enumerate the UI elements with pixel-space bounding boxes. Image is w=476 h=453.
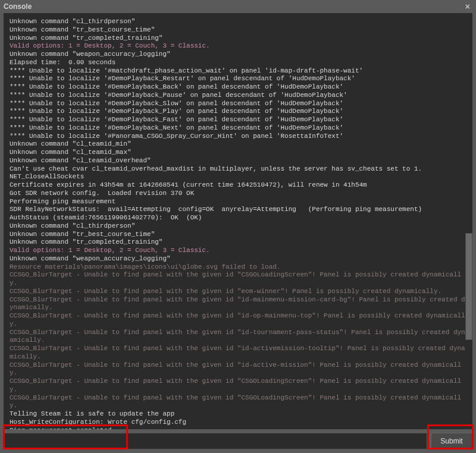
console-line: Unknown command "tr_completed_training" (10, 34, 466, 43)
console-line: CCSGO_BlurTarget - Unable to find panel … (10, 361, 466, 378)
console-line: Unknown command "cl_thirdperson" (10, 18, 466, 26)
console-line: **** Unable to localize '#DemoPlayback_F… (10, 116, 466, 124)
console-line: CCSGO_BlurTarget - Unable to find panel … (10, 288, 466, 296)
console-line: **** Unable to localize '#Panorama_CSGO_… (10, 133, 466, 141)
console-line: CCSGO_BlurTarget - Unable to find panel … (10, 296, 466, 313)
console-line: Resource materials\panorama\images\icons… (10, 263, 466, 272)
console-line: CCSGO_BlurTarget - Unable to find panel … (10, 345, 466, 361)
console-output: Unknown command "cl_thirdperson"Unknown … (4, 13, 472, 429)
console-line: Unknown command "cl_teamid_max" (10, 149, 466, 157)
console-line: Unknown command "tr_best_course_time" (10, 231, 466, 239)
console-line: Performing ping measurement (10, 198, 466, 206)
console-line: CCSGO_BlurTarget - Unable to find panel … (10, 394, 466, 411)
console-line: Ping measurement completed (10, 427, 466, 430)
console-line: AuthStatus (steamid:76561199061402770): … (10, 214, 466, 222)
console-line: Telling Steam it is safe to update the a… (10, 410, 466, 419)
console-line: **** Unable to localize '#DemoPlayback_S… (10, 100, 466, 108)
console-line: Valid options: 1 = Desktop, 2 = Couch, 3… (10, 247, 466, 255)
console-line: **** Unable to localize '#DemoPlayback_P… (10, 108, 466, 116)
command-input[interactable] (4, 433, 427, 449)
console-line: CCSGO_BlurTarget - Unable to find panel … (10, 271, 466, 288)
scrollbar-thumb[interactable] (465, 233, 472, 340)
console-line: Unknown command "cl_thirdperson" (10, 222, 466, 231)
console-line: Unknown command "cl_teamid_min" (10, 140, 466, 149)
close-icon[interactable]: × (463, 2, 472, 11)
console-line: Can't use cheat cvar cl_teamid_overhead_… (10, 165, 466, 174)
console-line: Unknown command "cl_teamid_overhead" (10, 157, 466, 165)
console-line: **** Unable to localize '#DemoPlayback_N… (10, 124, 466, 133)
console-window: Console × Unknown command "cl_thirdperso… (0, 0, 476, 453)
console-line: Unknown command "weapon_accuracy_logging… (10, 51, 466, 59)
console-line: Valid options: 1 = Desktop, 2 = Couch, 3… (10, 42, 466, 51)
console-line: CCSGO_BlurTarget - Unable to find panel … (10, 312, 466, 329)
console-line: Certificate expires in 43h54m at 1642668… (10, 181, 466, 190)
input-row: Submit (0, 433, 476, 453)
console-line: Host_WriteConfiguration: Wrote cfg/confi… (10, 419, 466, 427)
console-line: **** Unable to localize '#DemoPlayback_B… (10, 83, 466, 92)
console-line: NET_CloseAllSockets (10, 173, 466, 181)
console-line: **** Unable to localize '#DemoPlayback_R… (10, 75, 466, 83)
titlebar: Console × (0, 0, 476, 13)
console-line: CCSGO_BlurTarget - Unable to find panel … (10, 329, 466, 345)
console-line: Unknown command "tr_best_course_time" (10, 26, 466, 34)
console-line: **** Unable to localize '#matchdraft_pha… (10, 67, 466, 76)
console-line: Got SDR network config. Loaded revision … (10, 190, 466, 198)
submit-button[interactable]: Submit (431, 433, 472, 449)
console-line: Unknown command "tr_completed_training" (10, 238, 466, 247)
console-line: **** Unable to localize '#DemoPlayback_P… (10, 92, 466, 100)
console-line: SDR RelayNetworkStatus: avail=Attempting… (10, 206, 466, 214)
console-line: Elapsed time: 0.00 seconds (10, 59, 466, 67)
console-line: CCSGO_BlurTarget - Unable to find panel … (10, 378, 466, 394)
console-line: Unknown command "weapon_accuracy_logging… (10, 255, 466, 263)
window-title: Console (4, 2, 32, 11)
